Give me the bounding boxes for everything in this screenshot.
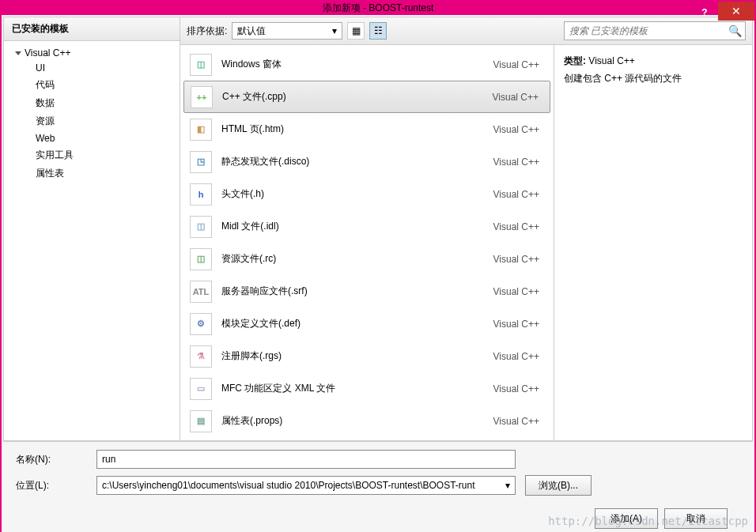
template-item[interactable]: ◧HTML 页(.htm)Visual C++	[183, 113, 550, 145]
search-input[interactable]	[568, 25, 728, 37]
name-label: 名称(N):	[16, 453, 87, 466]
template-lang: Visual C++	[493, 416, 544, 427]
tree-child-item[interactable]: 代码	[36, 76, 180, 94]
sort-dropdown[interactable]: 默认值 ▾	[232, 22, 342, 40]
detail-type-label: 类型:	[564, 55, 586, 66]
tree-root-label: Visual C++	[25, 47, 70, 58]
browse-button[interactable]: 浏览(B)...	[525, 475, 592, 496]
toolbar: 排序依据: 默认值 ▾ ▦ ☷ 🔍	[180, 17, 752, 45]
add-button[interactable]: 添加(A)	[595, 508, 658, 529]
template-item[interactable]: ▭MFC 功能区定义 XML 文件Visual C++	[183, 372, 550, 405]
template-lang: Visual C++	[493, 189, 544, 200]
titlebar[interactable]: 添加新项 - BOOST-runtest ? ✕	[2, 2, 754, 15]
template-lang: Visual C++	[493, 221, 544, 232]
view-small-icons-button[interactable]: ▦	[347, 22, 365, 40]
template-lang: Visual C++	[493, 124, 544, 135]
template-item[interactable]: ▤属性表(.props)Visual C++	[183, 405, 550, 437]
template-lang: Visual C++	[493, 383, 544, 394]
chevron-down-icon	[15, 51, 21, 55]
tree-child-item[interactable]: Web	[36, 130, 180, 146]
template-item[interactable]: ⚙模块定义文件(.def)Visual C++	[183, 308, 550, 340]
window-title: 添加新项 - BOOST-runtest	[2, 2, 754, 15]
template-name: 注册脚本(.rgs)	[221, 349, 484, 363]
template-item[interactable]: h头文件(.h)Visual C++	[183, 178, 550, 210]
template-lang: Visual C++	[493, 319, 544, 330]
template-item[interactable]: ++C++ 文件(.cpp)Visual C++	[183, 81, 550, 113]
search-box[interactable]: 🔍	[564, 21, 746, 40]
template-name: 服务器响应文件(.srf)	[221, 285, 484, 298]
template-lang: Visual C++	[493, 157, 544, 168]
sidebar-header: 已安装的模板	[4, 17, 180, 41]
template-name: 头文件(.h)	[221, 187, 484, 201]
tree-child-item[interactable]: 数据	[36, 94, 180, 112]
template-item[interactable]: ◫Midl 文件(.idl)Visual C++	[183, 210, 550, 243]
file-type-icon: ◧	[190, 119, 212, 141]
template-name: Windows 窗体	[221, 58, 484, 71]
template-lang: Visual C++	[493, 286, 544, 297]
detail-type-value: Visual C++	[588, 55, 634, 66]
file-type-icon: ◫	[190, 54, 212, 76]
chevron-down-icon: ▾	[505, 480, 510, 491]
name-input[interactable]	[96, 450, 516, 469]
template-item[interactable]: ◫资源文件(.rc)Visual C++	[183, 243, 550, 275]
template-item[interactable]: ◫Windows 窗体Visual C++	[183, 48, 550, 81]
file-type-icon: ◳	[190, 151, 212, 173]
file-type-icon: ⚙	[190, 313, 212, 335]
template-name: 静态发现文件(.disco)	[221, 155, 484, 168]
file-type-icon: ◫	[190, 248, 212, 270]
template-name: HTML 页(.htm)	[221, 123, 484, 136]
file-type-icon: h	[190, 183, 212, 206]
tree-child-item[interactable]: 属性表	[36, 164, 180, 183]
location-label: 位置(L):	[16, 479, 87, 492]
detail-description: 创建包含 C++ 源代码的文件	[564, 70, 743, 88]
template-name: 资源文件(.rc)	[221, 252, 484, 266]
template-name: 属性表(.props)	[221, 414, 484, 428]
location-dropdown[interactable]: c:\Users\yincheng01\documents\visual stu…	[96, 476, 516, 495]
bottom-form: 名称(N): 位置(L): c:\Users\yincheng01\docume…	[3, 441, 753, 532]
template-name: C++ 文件(.cpp)	[222, 90, 483, 104]
help-button[interactable]: ?	[691, 2, 718, 24]
template-name: Midl 文件(.idl)	[221, 220, 484, 233]
template-name: 模块定义文件(.def)	[221, 317, 484, 330]
file-type-icon: ▤	[190, 410, 212, 432]
template-list[interactable]: ◫Windows 窗体Visual C++++C++ 文件(.cpp)Visua…	[180, 45, 554, 440]
file-type-icon: ATL	[190, 281, 212, 303]
tree-child-item[interactable]: 资源	[36, 112, 180, 130]
file-type-icon: ◫	[190, 216, 212, 238]
template-lang: Visual C++	[493, 351, 544, 362]
sort-value: 默认值	[237, 25, 266, 38]
template-lang: Visual C++	[493, 59, 544, 70]
cancel-button[interactable]: 取消	[664, 508, 728, 529]
template-lang: Visual C++	[493, 254, 544, 265]
detail-pane: 类型: Visual C++ 创建包含 C++ 源代码的文件	[554, 45, 752, 440]
search-icon[interactable]: 🔍	[728, 25, 742, 37]
dialog-window: 添加新项 - BOOST-runtest ? ✕ 已安装的模板 Visual C…	[0, 0, 756, 532]
view-medium-icons-button[interactable]: ☷	[369, 22, 387, 40]
file-type-icon: ++	[191, 86, 213, 108]
sidebar: 已安装的模板 Visual C++ UI代码数据资源Web实用工具属性表	[3, 17, 180, 441]
template-lang: Visual C++	[493, 92, 543, 103]
close-button[interactable]: ✕	[718, 2, 754, 21]
template-item[interactable]: ◳静态发现文件(.disco)Visual C++	[183, 145, 550, 178]
content-area: 已安装的模板 Visual C++ UI代码数据资源Web实用工具属性表 排序依…	[2, 15, 754, 532]
chevron-down-icon: ▾	[332, 25, 337, 36]
sort-label: 排序依据:	[187, 25, 227, 38]
file-type-icon: ⚗	[190, 345, 212, 368]
template-item[interactable]: ⚗注册脚本(.rgs)Visual C++	[183, 340, 550, 372]
location-value: c:\Users\yincheng01\documents\visual stu…	[102, 480, 475, 491]
tree-child-item[interactable]: UI	[36, 60, 180, 76]
file-type-icon: ▭	[190, 378, 212, 400]
tree-root-item[interactable]: Visual C++	[4, 46, 180, 60]
tree-child-item[interactable]: 实用工具	[36, 146, 180, 164]
template-item[interactable]: ATL服务器响应文件(.srf)Visual C++	[183, 275, 550, 308]
template-name: MFC 功能区定义 XML 文件	[221, 382, 484, 395]
